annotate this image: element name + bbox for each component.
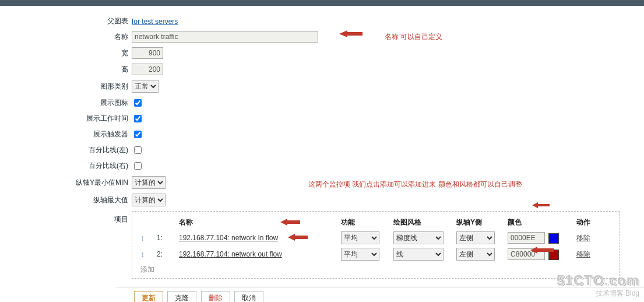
width-input[interactable] (132, 47, 163, 59)
color-input[interactable] (508, 232, 545, 244)
watermark: 51CTO.com 技术博客 Blog (557, 272, 639, 299)
watermark-big: 51CTO.com (557, 272, 639, 289)
remove-link[interactable]: 移除 (576, 250, 590, 258)
col-name: 名称 (177, 215, 339, 230)
item-name-link[interactable]: 192.168.77.104: network out flow (179, 250, 282, 258)
col-draw: 绘图风格 (391, 215, 454, 230)
pct-right-label: 百分比线(右) (35, 158, 132, 174)
func-select[interactable]: 平均 (341, 248, 379, 261)
func-select[interactable]: 平均 (341, 231, 379, 244)
annotation-items: 这两个监控项 我们点击添加可以添加进来 颜色和风格都可以自己调整 (308, 180, 522, 189)
color-swatch[interactable] (548, 233, 559, 244)
items-label: 项目 (35, 209, 132, 281)
ymax-select[interactable]: 计算的 (132, 194, 166, 206)
svg-marker-3 (532, 202, 550, 208)
update-button[interactable]: 更新 (134, 291, 163, 302)
worktime-checkbox[interactable] (134, 115, 142, 122)
watermark-sub: 技术博客 Blog (557, 289, 639, 299)
triggers-label: 展示触发器 (35, 127, 132, 142)
name-label: 名称 (35, 29, 132, 45)
items-box: 名称 功能 绘图风格 纵轴Y侧 颜色 动作 ↕ (132, 211, 620, 279)
arrow-icon (532, 202, 550, 209)
graphtype-select[interactable]: 正常 (132, 80, 159, 93)
col-yside: 纵轴Y侧 (454, 215, 505, 230)
remove-link[interactable]: 移除 (576, 234, 590, 242)
legend-label: 展示图标 (35, 95, 132, 111)
svg-marker-4 (530, 247, 554, 254)
graph-form: 父图表 for test servers 名称 宽 高 图形类别 正常 展示图标 (0, 6, 644, 302)
pct-left-checkbox[interactable] (134, 146, 142, 154)
delete-button[interactable]: 删除 (201, 291, 230, 302)
drag-handle-icon[interactable]: ↕ (140, 250, 145, 258)
arrow-icon (288, 233, 308, 241)
pct-right-checkbox[interactable] (134, 162, 142, 170)
parent-graph-link[interactable]: for test servers (132, 17, 178, 26)
annotation-name: 名称 可以自己定义 (385, 32, 442, 42)
drawstyle-select[interactable]: 梯度线 (393, 231, 444, 244)
add-item-link[interactable]: 添加 (138, 262, 154, 275)
height-label: 高 (35, 61, 132, 78)
row-index: 2: (154, 246, 177, 262)
clone-button[interactable]: 克隆 (167, 291, 196, 302)
height-input[interactable] (132, 64, 163, 75)
ymax-label: 纵轴最大值 (35, 191, 132, 209)
item-name-link[interactable]: 192.168.77.104: network In flow (179, 234, 278, 242)
yside-select[interactable]: 左侧 (456, 231, 495, 244)
pct-left-label: 百分比线(左) (35, 142, 132, 158)
yside-select[interactable]: 左侧 (456, 248, 495, 261)
graphtype-label: 图形类别 (35, 78, 132, 95)
top-bar (0, 0, 644, 6)
row-index: 1: (154, 230, 177, 246)
col-func: 功能 (339, 215, 391, 230)
arrow-icon (530, 246, 554, 254)
arrow-icon (280, 218, 300, 226)
col-actions: 动作 (574, 215, 613, 230)
col-color: 颜色 (505, 215, 574, 230)
triggers-checkbox[interactable] (134, 131, 142, 138)
name-input[interactable] (132, 31, 318, 43)
drag-handle-icon[interactable]: ↕ (140, 234, 145, 242)
ymin-label: 纵轴Y最小值MIN (35, 174, 132, 191)
drawstyle-select[interactable]: 线 (393, 248, 444, 261)
ymin-select[interactable]: 计算的 (132, 176, 166, 189)
svg-marker-0 (339, 30, 363, 37)
table-row: ↕ 1: 192.168.77.104: network In flow 平均 … (138, 230, 613, 246)
svg-marker-2 (288, 234, 308, 241)
worktime-label: 展示工作时间 (35, 111, 132, 127)
legend-checkbox[interactable] (134, 99, 142, 107)
svg-marker-1 (280, 219, 300, 226)
width-label: 宽 (35, 45, 132, 61)
arrow-icon (339, 29, 363, 38)
cancel-button[interactable]: 取消 (234, 291, 263, 302)
parent-graph-label: 父图表 (35, 14, 132, 29)
